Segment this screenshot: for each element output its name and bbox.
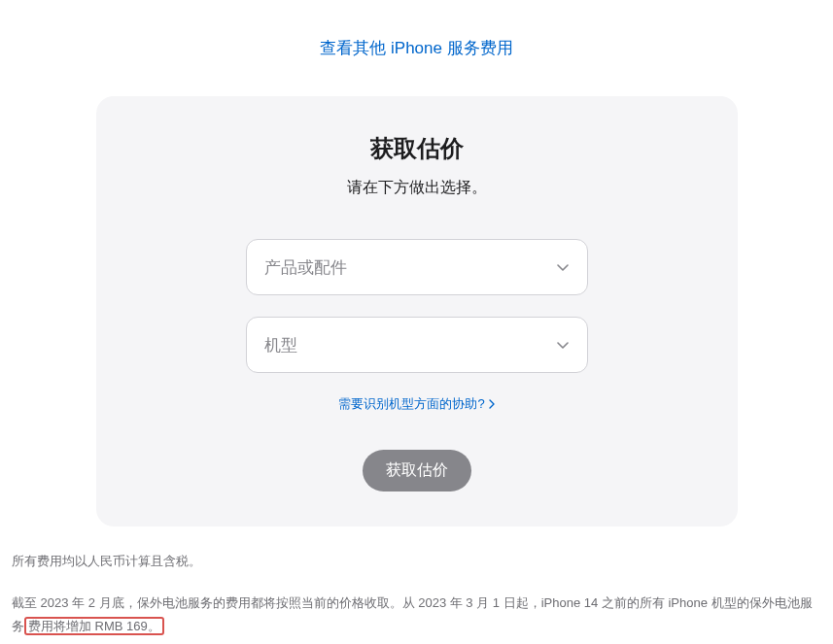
get-estimate-button[interactable]: 获取估价 (363, 450, 471, 491)
identify-model-link[interactable]: 需要识别机型方面的协助? (338, 395, 494, 413)
chevron-right-icon (489, 397, 495, 412)
footer-note-2: 截至 2023 年 2 月底，保外电池服务的费用都将按照当前的价格收取。从 20… (12, 592, 821, 639)
chevron-down-icon (556, 263, 570, 271)
footer-note-1: 所有费用均以人民币计算且含税。 (12, 550, 821, 574)
model-dropdown-placeholder: 机型 (264, 334, 297, 356)
help-link-container: 需要识别机型方面的协助? (96, 394, 738, 413)
footer: 所有费用均以人民币计算且含税。 截至 2023 年 2 月底，保外电池服务的费用… (0, 526, 833, 639)
estimate-card: 获取估价 请在下方做出选择。 产品或配件 机型 需要识别机型方面的协助? 获取估… (96, 96, 738, 526)
product-dropdown[interactable]: 产品或配件 (246, 239, 588, 295)
other-services-link[interactable]: 查看其他 iPhone 服务费用 (320, 39, 512, 57)
help-link-text: 需要识别机型方面的协助? (338, 395, 484, 413)
product-dropdown-placeholder: 产品或配件 (264, 256, 347, 279)
top-link-container: 查看其他 iPhone 服务费用 (0, 0, 833, 79)
card-subtitle: 请在下方做出选择。 (96, 178, 738, 198)
price-increase-highlight: 费用将增加 RMB 169。 (24, 617, 164, 635)
chevron-down-icon (556, 341, 570, 349)
model-dropdown[interactable]: 机型 (246, 317, 588, 373)
card-title: 获取估价 (96, 133, 738, 164)
